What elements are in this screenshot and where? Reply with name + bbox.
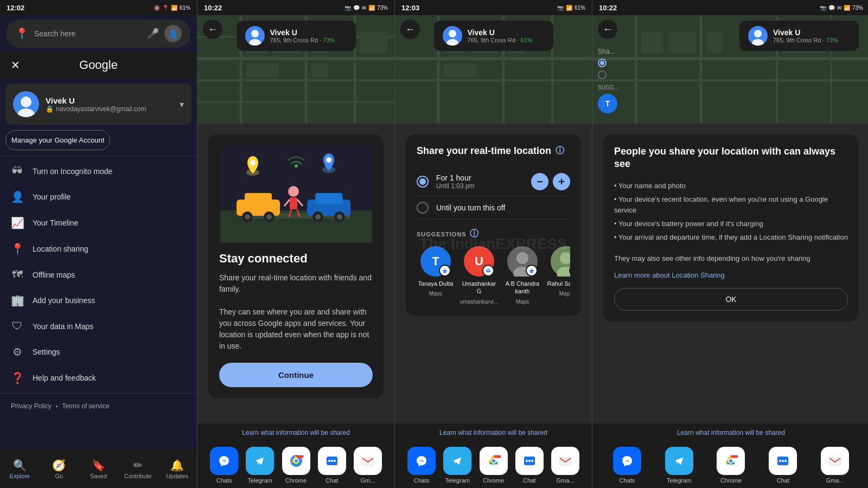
app-chrome-2[interactable]: Chrome bbox=[280, 447, 311, 484]
app-gmail-4[interactable]: Gma... bbox=[811, 447, 859, 484]
app-gmail-2[interactable]: Gm... bbox=[352, 447, 384, 484]
app-label-telegram-3: Telegram bbox=[445, 477, 470, 484]
radio-main-2: Until you turn this off bbox=[436, 203, 570, 212]
menu-label-7: Settings bbox=[33, 348, 60, 356]
menu-item-1[interactable]: 👤 Your profile bbox=[0, 184, 197, 210]
loc-avatar-3 bbox=[443, 26, 462, 46]
app-label-chrome-3: Chrome bbox=[483, 477, 504, 484]
manage-account-button[interactable]: Manage your Google Account bbox=[5, 130, 110, 150]
privacy-link[interactable]: Privacy Policy bbox=[11, 402, 52, 410]
time-plus-button[interactable]: + bbox=[553, 173, 570, 190]
suggestions-info-icon[interactable]: ⓘ bbox=[470, 228, 479, 240]
saved-icon: 🔖 bbox=[92, 459, 105, 472]
menu-item-0[interactable]: 🕶 Turn on Incognito mode bbox=[0, 158, 197, 184]
nav-explore[interactable]: 🔍 Explore bbox=[0, 459, 40, 479]
app-gmail-3[interactable]: Gma... bbox=[550, 447, 581, 484]
gmail-icon-3 bbox=[551, 447, 579, 475]
suggestion-rahul[interactable]: Rahul Sachan Maps bbox=[547, 246, 570, 305]
suggestion-tanaya[interactable]: T Tanaya Dutta Maps bbox=[417, 246, 455, 305]
nav-go[interactable]: 🧭 Go bbox=[40, 459, 79, 479]
telegram-icon-2 bbox=[246, 447, 274, 475]
app-chat-2[interactable]: Chat bbox=[316, 447, 348, 484]
divider-2 bbox=[0, 393, 197, 394]
app-chrome-3[interactable]: Chrome bbox=[477, 447, 509, 484]
updates-label: Updates bbox=[166, 473, 188, 479]
nav-contribute[interactable]: ✏ Contribute bbox=[118, 459, 158, 479]
suggestion-abchandra[interactable]: A B Chandra kanth Maps bbox=[503, 246, 541, 305]
menu-item-8[interactable]: ❓ Help and feedback bbox=[0, 365, 197, 391]
menu-item-6[interactable]: 🛡 Your data in Maps bbox=[0, 313, 197, 339]
learn-bar-3[interactable]: Learn what information will be shared bbox=[395, 423, 592, 442]
menu-item-5[interactable]: 🏢 Add your business bbox=[0, 287, 197, 313]
app-chats-4[interactable]: Chats bbox=[603, 447, 651, 484]
app-label-gmail-2: Gm... bbox=[360, 477, 375, 484]
menu-item-4[interactable]: 🗺 Offline maps bbox=[0, 262, 197, 287]
dropdown-icon[interactable]: ▾ bbox=[180, 99, 184, 110]
location-icon: 📍 bbox=[162, 5, 169, 11]
app-telegram-4[interactable]: Telegram bbox=[655, 447, 703, 484]
app-chats-3[interactable]: Chats bbox=[406, 447, 437, 484]
mic-icon[interactable]: 🎤 bbox=[147, 28, 159, 40]
menu-item-2[interactable]: 📈 Your Timeline bbox=[0, 210, 197, 236]
loc-info-3: Vivek U 765, 9th Cross Rd · 61% bbox=[468, 28, 545, 43]
messenger-icon-3 bbox=[407, 447, 436, 475]
menu-label-4: Offline maps bbox=[33, 271, 75, 279]
svg-rect-103 bbox=[706, 31, 723, 53]
app-label-gmail-3: Gma... bbox=[556, 477, 574, 484]
back-button-3[interactable]: ← bbox=[400, 20, 420, 39]
app-chats-2[interactable]: Chats bbox=[208, 447, 240, 484]
learn-link[interactable]: Learn more about Location Sharing bbox=[614, 271, 848, 279]
time-minus-button[interactable]: − bbox=[531, 173, 548, 190]
partial-radio-2 bbox=[598, 70, 618, 79]
telegram-icon-3 bbox=[443, 447, 471, 475]
close-button[interactable]: ✕ bbox=[7, 56, 24, 74]
ok-button[interactable]: OK bbox=[614, 288, 848, 311]
share-info-icon[interactable]: ⓘ bbox=[556, 145, 564, 157]
location-card-2: Vivek U 765, 9th Cross Rd · 73% bbox=[237, 21, 356, 51]
back-button-2[interactable]: ← bbox=[203, 20, 222, 39]
continue-button[interactable]: Continue bbox=[219, 363, 373, 387]
menu-item-3[interactable]: 📍 Location sharing bbox=[0, 236, 197, 262]
maps-badge-tanaya bbox=[439, 265, 451, 277]
nav-updates[interactable]: 🔔 Updates bbox=[157, 459, 197, 479]
back-button-4[interactable]: ← bbox=[598, 20, 617, 39]
user-profile[interactable]: Vivek U 🔒 navodayastarvivek@gmail.com ▾ bbox=[5, 84, 192, 125]
radio-label-2: Until you turn this off bbox=[436, 203, 570, 212]
app-chrome-4[interactable]: Chrome bbox=[707, 447, 755, 484]
suggestion-umashankar[interactable]: U Umashankar G umashankarvi... bbox=[460, 246, 498, 305]
svg-rect-36 bbox=[290, 197, 297, 209]
learn-bar-4[interactable]: Learn what information will be shared bbox=[592, 423, 868, 442]
app-telegram-3[interactable]: Telegram bbox=[442, 447, 473, 484]
menu-label-2: Your Timeline bbox=[33, 219, 78, 227]
app-chat-3[interactable]: Chat bbox=[514, 447, 545, 484]
menu-item-7[interactable]: ⚙ Settings bbox=[0, 339, 197, 365]
radio-until-off[interactable]: Until you turn this off bbox=[417, 196, 570, 220]
screen4: 10:22 📷 💬 ✉ 📶 73% ← bbox=[592, 0, 868, 488]
menu-label-1: Your profile bbox=[33, 192, 71, 201]
svg-point-70 bbox=[449, 30, 456, 37]
search-bar[interactable]: 📍 Search here 🎤 👤 bbox=[7, 20, 190, 48]
info-panel: People you share your location with can … bbox=[603, 134, 859, 322]
time-2: 10:22 bbox=[204, 4, 222, 12]
svg-rect-67 bbox=[444, 64, 476, 77]
svg-rect-15 bbox=[311, 64, 328, 77]
svg-rect-101 bbox=[641, 31, 663, 53]
time-1: 12:02 bbox=[7, 4, 24, 12]
signal-icon-3: 📶 bbox=[566, 5, 572, 11]
menu-icon-2: 📈 bbox=[11, 216, 24, 229]
terms-link[interactable]: Terms of service bbox=[62, 402, 109, 410]
svg-point-44 bbox=[326, 157, 331, 163]
user-avatar-small[interactable]: 👤 bbox=[164, 25, 182, 42]
whatsapp-icon: 💬 bbox=[353, 5, 360, 11]
radio-1hour[interactable]: For 1 hour Until 1:03 pm − + bbox=[417, 168, 570, 196]
app-telegram-2[interactable]: Telegram bbox=[244, 447, 276, 484]
svg-point-90 bbox=[528, 460, 531, 462]
nav-saved[interactable]: 🔖 Saved bbox=[79, 459, 118, 479]
status-icons-4: 📷 💬 ✉ 📶 73% bbox=[820, 5, 863, 11]
illustration bbox=[220, 145, 372, 243]
learn-bar-2[interactable]: Learn what information will be shared bbox=[197, 423, 394, 442]
svg-point-86 bbox=[492, 459, 495, 463]
radio-circle-1 bbox=[417, 176, 429, 188]
app-chat-4[interactable]: Chat bbox=[759, 447, 807, 484]
info-item-3: • Your arrival and departure time, if th… bbox=[614, 231, 848, 245]
